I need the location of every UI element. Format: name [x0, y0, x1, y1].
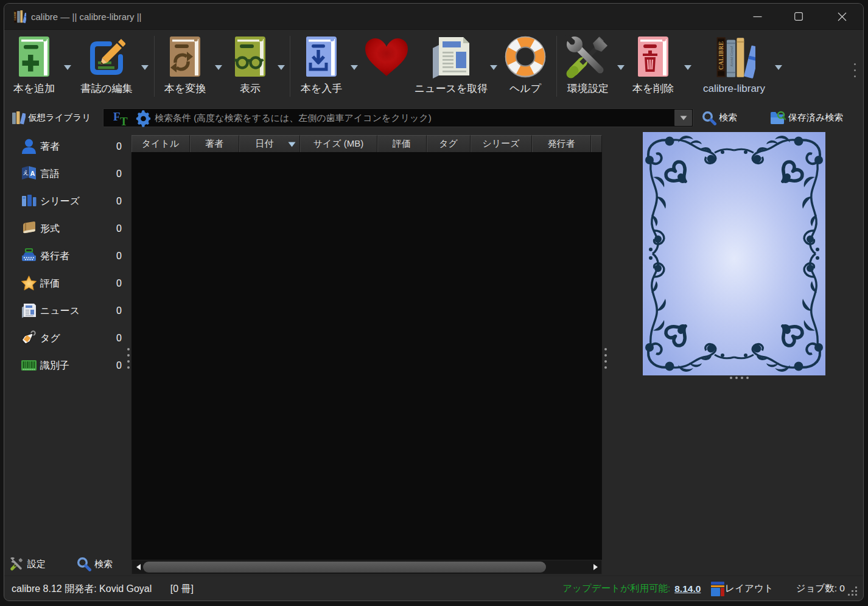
sidebar-item-identifiers[interactable]: 識別子 0 — [4, 352, 129, 379]
column-header-size[interactable]: サイズ (MB) — [300, 135, 377, 152]
search-options-gear-icon[interactable] — [136, 110, 151, 127]
overflow-dot — [854, 63, 856, 65]
calibre-main-window: calibre — || calibre-library || — [4, 3, 864, 601]
book-list-header: タイトル 著者 日付 サイズ (MB) 評価 タグ シリーズ 発行者 — [131, 135, 602, 152]
minimize-button[interactable] — [743, 4, 771, 29]
toolbar-edit-metadata[interactable]: 書誌の編集 — [67, 35, 146, 95]
handle-dot — [746, 377, 749, 379]
maximize-icon — [794, 12, 803, 21]
add-books-icon — [1, 35, 68, 79]
sidebar-item-rating[interactable]: 評価 0 — [4, 270, 129, 297]
virtual-library-button[interactable]: 仮想ライブラリ — [12, 108, 91, 127]
tag-browser-find-button[interactable]: 検索 — [77, 556, 113, 573]
scrollbar-thumb[interactable] — [143, 562, 546, 573]
search-button[interactable]: 検索 — [702, 108, 737, 127]
publishers-icon — [21, 248, 37, 264]
svg-text:え: え — [23, 169, 29, 176]
remove-books-menu-arrow[interactable] — [684, 64, 692, 71]
toolbar-get-books[interactable]: 本を入手 — [288, 35, 355, 95]
view-label: 表示 — [217, 83, 284, 95]
toolbar-overflow-icon[interactable] — [853, 63, 856, 82]
sidebar-item-publishers[interactable]: 発行者 0 — [4, 242, 129, 270]
sidebar-item-count: 0 — [96, 242, 122, 270]
column-header-date[interactable]: 日付 — [239, 135, 300, 152]
column-label: 評価 — [393, 138, 411, 148]
dropdown-arrow-icon — [680, 116, 687, 120]
column-header-rating[interactable]: 評価 — [377, 135, 427, 152]
toolbar-remove-books[interactable]: 本を削除 — [620, 35, 687, 95]
column-header-publisher[interactable]: 発行者 — [532, 135, 591, 152]
convert-books-icon — [152, 35, 219, 79]
column-header-title[interactable]: タイトル — [131, 135, 190, 152]
handle-dot — [730, 377, 732, 379]
tag-browser-configure-button[interactable]: 設定 — [9, 556, 46, 573]
search-button-label: 検索 — [719, 112, 737, 124]
library-menu-arrow[interactable] — [774, 64, 783, 71]
jobs-indicator[interactable]: ジョブ数: 0 — [796, 582, 845, 595]
maximize-button[interactable] — [785, 4, 813, 29]
edit-metadata-menu-arrow[interactable] — [141, 64, 149, 71]
library-books-icon — [691, 35, 777, 79]
remove-books-icon — [620, 35, 687, 79]
saved-search-button[interactable]: 保存済み検索 — [769, 108, 843, 127]
sidebar-item-authors[interactable]: 著者 0 — [4, 133, 129, 160]
sidebar-item-label: 形式 — [40, 215, 60, 242]
status-right-cluster: アップデートが利用可能: 8.14.0 レイアウト ジョブ数: 0 — [562, 576, 845, 601]
rating-star-icon — [21, 275, 37, 291]
sidebar-item-count: 0 — [96, 270, 122, 297]
horizontal-scrollbar[interactable] — [131, 560, 602, 574]
cover-resize-handle[interactable] — [730, 377, 752, 379]
edit-metadata-icon — [67, 35, 146, 79]
column-header-authors[interactable]: 著者 — [190, 135, 239, 152]
formats-icon — [21, 220, 37, 237]
preferences-tools-icon — [555, 35, 621, 79]
toolbar-preferences[interactable]: 環境設定 — [555, 35, 621, 95]
overflow-dot — [854, 75, 856, 77]
book-list-body[interactable] — [131, 152, 602, 560]
sidebar-item-series[interactable]: シリーズ 0 — [4, 187, 129, 215]
fulltext-search-icon[interactable]: F T — [113, 111, 130, 126]
library-label: calibre-library — [691, 83, 777, 95]
scroll-left-icon — [136, 564, 141, 570]
sidebar-splitter-handle[interactable] — [127, 348, 130, 372]
toolbar-fetch-news[interactable]: ニュースを取得 — [408, 35, 494, 95]
sidebar-item-languages[interactable]: え A 言語 0 — [4, 160, 129, 187]
view-menu-arrow[interactable] — [277, 64, 285, 71]
sidebar-item-label: シリーズ — [40, 187, 80, 215]
scroll-left-button[interactable] — [132, 560, 144, 574]
handle-dot — [604, 354, 607, 357]
fetch-news-menu-arrow[interactable] — [489, 64, 498, 71]
sidebar-item-label: 発行者 — [40, 242, 69, 270]
layout-button-label[interactable]: レイアウト — [725, 582, 773, 595]
column-header-tags[interactable]: タグ — [427, 135, 471, 152]
layout-icon — [710, 582, 725, 596]
book-cover-view[interactable] — [643, 132, 825, 375]
toolbar-help[interactable]: ヘルプ — [501, 35, 550, 95]
view-icon — [217, 35, 284, 79]
get-books-icon — [288, 35, 355, 79]
sidebar-item-formats[interactable]: 形式 0 — [4, 215, 129, 242]
toolbar-donate[interactable] — [365, 35, 408, 79]
sidebar-item-label: 著者 — [40, 133, 60, 160]
cover-splitter-handle[interactable] — [604, 348, 607, 372]
get-books-menu-arrow[interactable] — [350, 64, 359, 71]
close-button[interactable] — [828, 4, 856, 29]
sidebar-item-news[interactable]: ニュース 0 — [4, 297, 129, 324]
toolbar-add-books[interactable]: 本を追加 — [1, 35, 68, 95]
sidebar-item-tags[interactable]: タグ 0 — [4, 324, 129, 352]
toolbar-library[interactable]: calibre-library — [691, 35, 777, 95]
sidebar-item-count: 0 — [96, 133, 122, 160]
sidebar-item-count: 0 — [96, 215, 122, 242]
toolbar-view[interactable]: 表示 — [217, 35, 284, 95]
update-version-link[interactable]: 8.14.0 — [674, 583, 701, 594]
handle-dot — [127, 354, 130, 357]
search-input[interactable]: F T 検索条件 (高度な検索をするには、左側の歯車アイコンをクリック) — [103, 108, 693, 127]
tags-icon — [21, 330, 37, 346]
column-header-series[interactable]: シリーズ — [471, 135, 532, 152]
search-history-dropdown[interactable] — [674, 110, 692, 126]
resize-grip-icon[interactable] — [847, 586, 858, 597]
column-label: 著者 — [205, 138, 223, 148]
status-version-text: calibre 8.12 開発者: Kovid Goyal [0 冊] — [12, 576, 194, 601]
scroll-right-button[interactable] — [589, 560, 601, 574]
toolbar-convert-books[interactable]: 本を変換 — [152, 35, 219, 95]
